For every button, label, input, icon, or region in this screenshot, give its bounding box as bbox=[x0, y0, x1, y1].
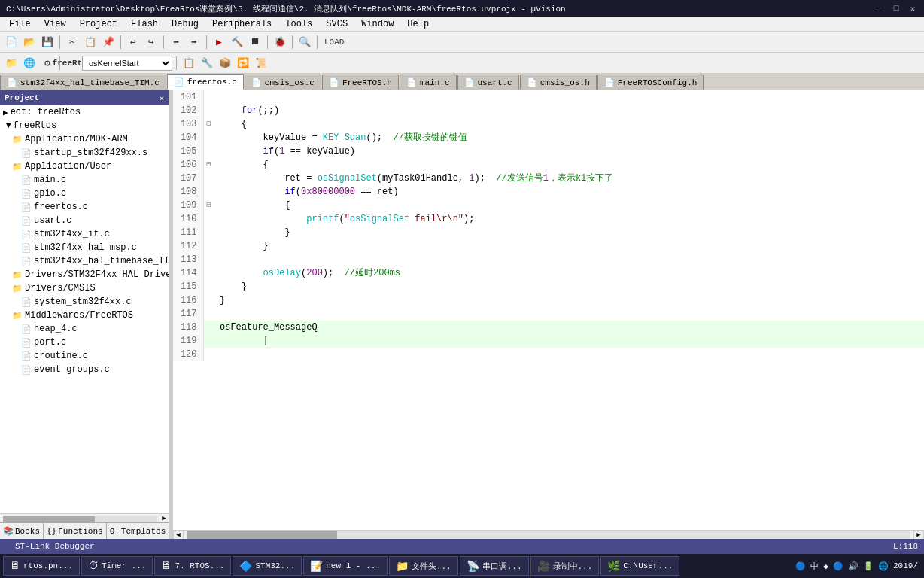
cut-btn[interactable]: ✂ bbox=[64, 34, 81, 50]
line-code[interactable]: { bbox=[214, 117, 924, 131]
undo-btn[interactable]: ↩ bbox=[125, 34, 141, 50]
tree-item-8[interactable]: 📄 usart.c bbox=[0, 214, 169, 227]
hscroll-thumb[interactable] bbox=[187, 531, 337, 539]
tb2-btn6[interactable]: 📦 bbox=[217, 55, 233, 71]
tab-freertos-h[interactable]: 📄 FreeRTOS.h bbox=[322, 75, 399, 90]
sidebar-scroll-right[interactable]: ▶ bbox=[160, 514, 169, 523]
save-btn[interactable]: 💾 bbox=[39, 34, 56, 50]
taskbar-item-rtos2[interactable]: 🖥 7. RTOS... bbox=[154, 556, 231, 576]
taskbar-item-fileheader[interactable]: 📁 文件头... bbox=[389, 556, 458, 576]
tb2-btn2[interactable]: 🌐 bbox=[21, 55, 38, 71]
line-code[interactable]: | bbox=[214, 334, 924, 348]
tree-item-19[interactable]: 📄 event_groups.c bbox=[0, 363, 169, 376]
tb2-btn4[interactable]: 📋 bbox=[181, 55, 197, 71]
minimize-btn[interactable]: − bbox=[874, 3, 885, 14]
forward-btn[interactable]: ➡ bbox=[186, 34, 202, 50]
stop-btn[interactable]: ⏹ bbox=[247, 34, 263, 50]
new-file-btn[interactable]: 📄 bbox=[3, 34, 20, 50]
tree-item-10[interactable]: 📄 stm32f4xx_hal_msp.c bbox=[0, 241, 169, 254]
taskbar-item-new1[interactable]: 📝 new 1 - ... bbox=[303, 556, 388, 576]
taskbar-item-timer[interactable]: ⏱ Timer ... bbox=[81, 556, 153, 576]
tree-item-5[interactable]: 📄 main.c bbox=[0, 173, 169, 187]
tree-item-13[interactable]: 📁 Drivers/CMSIS bbox=[0, 281, 169, 295]
menu-item-window[interactable]: Window bbox=[355, 17, 400, 31]
menu-item-help[interactable]: Help bbox=[401, 17, 435, 31]
tab-cmsis-os-c[interactable]: 📄 cmsis_os.c bbox=[245, 75, 321, 90]
line-code[interactable]: { bbox=[214, 158, 924, 172]
menu-item-debug[interactable]: Debug bbox=[166, 17, 205, 31]
line-code[interactable]: printf("osSignalSet fail\r\n"); bbox=[214, 212, 924, 226]
redo-btn[interactable]: ↪ bbox=[143, 34, 160, 50]
hscroll-left-btn[interactable]: ◀ bbox=[173, 531, 184, 540]
tb2-btn5[interactable]: 🔧 bbox=[199, 55, 215, 71]
sidebar-hscroll[interactable]: ▶ bbox=[0, 513, 169, 522]
tree-item-15[interactable]: 📁 Middlewares/FreeRTOS bbox=[0, 309, 169, 322]
sidebar-tab-templates[interactable]: 0+ Templates bbox=[107, 523, 169, 539]
tb2-btn1[interactable]: 📁 bbox=[3, 55, 20, 71]
tree-item-14[interactable]: 📄 system_stm32f4xx.c bbox=[0, 295, 169, 309]
sidebar-close-btn[interactable]: ✕ bbox=[159, 93, 164, 103]
menu-item-flash[interactable]: Flash bbox=[125, 17, 164, 31]
tree-item-11[interactable]: 📄 stm32f4xx_hal_timebase_TIM.c bbox=[0, 254, 169, 268]
tree-item-0[interactable]: ▶ ect: freeRtos bbox=[0, 105, 169, 119]
open-btn[interactable]: 📂 bbox=[21, 34, 38, 50]
line-code[interactable]: keyValue = KEY_Scan(); //获取按键的键值 bbox=[214, 131, 924, 144]
line-code[interactable] bbox=[214, 90, 924, 104]
menu-item-peripherals[interactable]: Peripherals bbox=[206, 17, 278, 31]
tab-freertos[interactable]: 📄 freertos.c bbox=[167, 74, 244, 90]
line-code[interactable] bbox=[214, 307, 924, 321]
menu-item-project[interactable]: Project bbox=[74, 17, 123, 31]
taskbar-item-cuser[interactable]: 🌿 C:\User... bbox=[600, 556, 679, 576]
tree-item-4[interactable]: 📁 Application/User bbox=[0, 160, 169, 173]
paste-btn[interactable]: 📌 bbox=[100, 34, 117, 50]
line-code[interactable] bbox=[214, 253, 924, 266]
hscroll-right-btn[interactable]: ▶ bbox=[913, 531, 924, 540]
line-code[interactable]: osDelay(200); //延时200ms bbox=[214, 266, 924, 280]
tab-main-c[interactable]: 📄 main.c bbox=[400, 75, 457, 90]
debug-btn[interactable]: 🐞 bbox=[272, 34, 288, 50]
line-code[interactable]: } bbox=[214, 294, 924, 307]
sidebar-tab-books[interactable]: 📚 Books bbox=[0, 523, 44, 539]
tree-item-16[interactable]: 📄 heap_4.c bbox=[0, 322, 169, 336]
tree-item-7[interactable]: 📄 freertos.c bbox=[0, 200, 169, 214]
line-code[interactable]: } bbox=[214, 280, 924, 294]
line-code[interactable]: if(0x80000000 == ret) bbox=[214, 185, 924, 199]
line-code[interactable]: { bbox=[214, 199, 924, 212]
close-btn[interactable]: ✕ bbox=[907, 3, 918, 14]
tab-stm32-timebase[interactable]: 📄 stm32f4xx_hal_timebase_TIM.c bbox=[0, 75, 166, 90]
rebuild-btn[interactable]: 🔨 bbox=[229, 34, 245, 50]
tree-item-17[interactable]: 📄 port.c bbox=[0, 336, 169, 349]
line-code[interactable]: for(;;) bbox=[214, 104, 924, 117]
line-code[interactable]: if(1 == keyValue) bbox=[214, 144, 924, 158]
back-btn[interactable]: ⬅ bbox=[168, 34, 184, 50]
tree-item-18[interactable]: 📄 croutine.c bbox=[0, 349, 169, 363]
tb2-btn7[interactable]: 🔁 bbox=[235, 55, 251, 71]
build-btn[interactable]: ▶ bbox=[211, 34, 227, 50]
hscroll-track[interactable] bbox=[187, 531, 910, 539]
line-code[interactable]: osFeature_MessageQ bbox=[214, 321, 924, 334]
menu-item-svcs[interactable]: SVCS bbox=[320, 17, 354, 31]
function-dropdown[interactable]: osKernelStart bbox=[82, 56, 172, 71]
tree-item-3[interactable]: 📄 startup_stm32f429xx.s bbox=[0, 146, 169, 160]
tree-item-12[interactable]: 📁 Drivers/STM32F4xx_HAL_Driver bbox=[0, 268, 169, 281]
menu-item-tools[interactable]: Tools bbox=[279, 17, 318, 31]
menu-item-view[interactable]: View bbox=[38, 17, 72, 31]
taskbar-item-serial[interactable]: 📡 串口调... bbox=[460, 556, 529, 576]
sidebar-tree[interactable]: ▶ ect: freeRtos ▼ freeRtos 📁 Application… bbox=[0, 105, 169, 513]
find-btn[interactable]: 🔍 bbox=[296, 34, 313, 50]
line-code[interactable]: } bbox=[214, 226, 924, 239]
taskbar-item-stm32[interactable]: 🔷 STM32... bbox=[233, 556, 302, 576]
code-hscrollbar[interactable]: ◀ ▶ bbox=[173, 530, 924, 539]
taskbar-item-record[interactable]: 🎥 录制中... bbox=[530, 556, 600, 576]
tree-item-9[interactable]: 📄 stm32f4xx_it.c bbox=[0, 227, 169, 241]
tree-item-1[interactable]: ▼ freeRtos bbox=[0, 119, 169, 132]
tab-freertos-config[interactable]: 📄 FreeRTOSConfig.h bbox=[597, 75, 704, 90]
line-code[interactable]: ret = osSignalSet(myTask01Handle, 1); //… bbox=[214, 172, 924, 185]
code-content[interactable]: 101 102 for(;;)103⊟ {104 keyValue = KEY_… bbox=[173, 90, 924, 530]
tab-cmsis-os-h[interactable]: 📄 cmsis_os.h bbox=[520, 75, 597, 90]
taskbar-item-rtos[interactable]: 🖥 rtos.pn... bbox=[3, 556, 80, 576]
sidebar-hscroll-thumb[interactable] bbox=[3, 516, 95, 522]
tab-usart-c[interactable]: 📄 usart.c bbox=[457, 75, 519, 90]
tb2-btn8[interactable]: 📜 bbox=[253, 55, 269, 71]
sidebar-tab-functions[interactable]: {} Functions bbox=[44, 523, 107, 539]
